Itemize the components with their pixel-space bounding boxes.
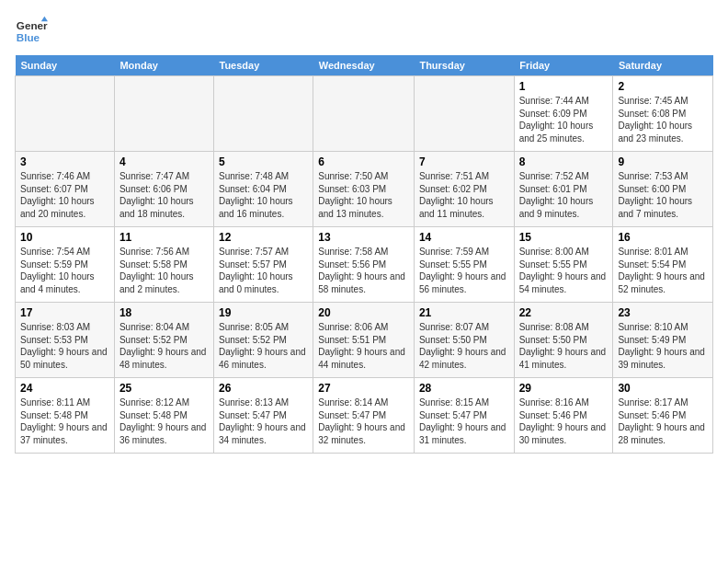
logo-icon: General Blue [15,15,48,48]
day-info: Sunrise: 7:57 AMSunset: 5:57 PMDaylight:… [219,246,308,295]
day-info: Sunrise: 8:04 AMSunset: 5:52 PMDaylight:… [119,321,209,371]
calendar-day: 25Sunrise: 8:12 AMSunset: 5:48 PMDayligh… [114,378,213,454]
calendar-day [16,76,115,152]
day-number: 11 [119,231,209,244]
calendar-day: 19Sunrise: 8:05 AMSunset: 5:52 PMDayligh… [214,303,313,378]
day-info: Sunrise: 8:13 AMSunset: 5:47 PMDaylight:… [219,396,308,446]
day-info: Sunrise: 8:14 AMSunset: 5:47 PMDaylight:… [318,396,409,446]
day-info: Sunrise: 7:58 AMSunset: 5:56 PMDaylight:… [318,246,409,295]
day-number: 3 [20,155,109,168]
day-number: 5 [219,155,308,168]
header: General Blue [15,15,713,48]
calendar-day: 20Sunrise: 8:06 AMSunset: 5:51 PMDayligh… [313,303,415,378]
svg-text:Blue: Blue [17,31,40,43]
calendar-day: 9Sunrise: 7:53 AMSunset: 6:00 PMDaylight… [613,152,713,227]
calendar-week-2: 3Sunrise: 7:46 AMSunset: 6:07 PMDaylight… [16,152,713,227]
calendar-day: 7Sunrise: 7:51 AMSunset: 6:02 PMDaylight… [414,152,514,227]
weekday-header-row: SundayMondayTuesdayWednesdayThursdayFrid… [16,55,713,76]
day-info: Sunrise: 8:11 AMSunset: 5:48 PMDaylight:… [20,396,109,446]
day-number: 13 [318,231,409,244]
calendar-day: 16Sunrise: 8:01 AMSunset: 5:54 PMDayligh… [613,227,713,303]
calendar-day: 1Sunrise: 7:44 AMSunset: 6:09 PMDaylight… [514,76,613,152]
calendar-day: 24Sunrise: 8:11 AMSunset: 5:48 PMDayligh… [16,378,115,454]
calendar-day: 11Sunrise: 7:56 AMSunset: 5:58 PMDayligh… [114,227,213,303]
day-info: Sunrise: 8:16 AMSunset: 5:46 PMDaylight:… [519,396,609,446]
weekday-header-saturday: Saturday [613,55,713,76]
calendar-day: 28Sunrise: 8:15 AMSunset: 5:47 PMDayligh… [414,378,514,454]
calendar-day: 15Sunrise: 8:00 AMSunset: 5:55 PMDayligh… [514,227,613,303]
day-info: Sunrise: 7:56 AMSunset: 5:58 PMDaylight:… [119,246,209,295]
day-number: 12 [219,231,308,244]
day-number: 20 [318,306,409,319]
weekday-header-sunday: Sunday [16,55,115,76]
day-info: Sunrise: 7:52 AMSunset: 6:01 PMDaylight:… [519,170,609,220]
weekday-header-wednesday: Wednesday [313,55,415,76]
day-info: Sunrise: 8:15 AMSunset: 5:47 PMDaylight:… [419,396,509,446]
calendar-day [214,76,313,152]
day-info: Sunrise: 8:03 AMSunset: 5:53 PMDaylight:… [20,321,109,371]
calendar-day: 5Sunrise: 7:48 AMSunset: 6:04 PMDaylight… [214,152,313,227]
day-number: 17 [20,306,109,319]
calendar-day: 18Sunrise: 8:04 AMSunset: 5:52 PMDayligh… [114,303,213,378]
day-info: Sunrise: 7:59 AMSunset: 5:55 PMDaylight:… [419,246,509,295]
calendar-day: 2Sunrise: 7:45 AMSunset: 6:08 PMDaylight… [613,76,713,152]
day-info: Sunrise: 8:06 AMSunset: 5:51 PMDaylight:… [318,321,409,371]
calendar-day: 8Sunrise: 7:52 AMSunset: 6:01 PMDaylight… [514,152,613,227]
day-info: Sunrise: 8:00 AMSunset: 5:55 PMDaylight:… [519,246,609,295]
calendar-day: 6Sunrise: 7:50 AMSunset: 6:03 PMDaylight… [313,152,415,227]
day-info: Sunrise: 7:50 AMSunset: 6:03 PMDaylight:… [318,170,409,220]
day-info: Sunrise: 7:47 AMSunset: 6:06 PMDaylight:… [119,170,209,220]
day-info: Sunrise: 8:07 AMSunset: 5:50 PMDaylight:… [419,321,509,371]
day-number: 8 [519,155,609,168]
day-number: 14 [419,231,509,244]
calendar-day: 3Sunrise: 7:46 AMSunset: 6:07 PMDaylight… [16,152,115,227]
day-info: Sunrise: 7:53 AMSunset: 6:00 PMDaylight:… [618,170,708,220]
day-info: Sunrise: 8:17 AMSunset: 5:46 PMDaylight:… [618,396,708,446]
day-number: 16 [618,231,708,244]
day-number: 7 [419,155,509,168]
calendar-day [114,76,213,152]
day-number: 24 [20,382,109,395]
day-number: 29 [519,382,609,395]
calendar-day: 21Sunrise: 8:07 AMSunset: 5:50 PMDayligh… [414,303,514,378]
day-number: 1 [519,80,609,93]
day-number: 19 [219,306,308,319]
day-number: 10 [20,231,109,244]
day-info: Sunrise: 7:44 AMSunset: 6:09 PMDaylight:… [519,95,609,144]
day-number: 25 [119,382,209,395]
logo: General Blue [15,15,48,48]
calendar-day: 14Sunrise: 7:59 AMSunset: 5:55 PMDayligh… [414,227,514,303]
calendar-day: 22Sunrise: 8:08 AMSunset: 5:50 PMDayligh… [514,303,613,378]
calendar-day: 29Sunrise: 8:16 AMSunset: 5:46 PMDayligh… [514,378,613,454]
day-number: 4 [119,155,209,168]
day-number: 27 [318,382,409,395]
calendar-day: 26Sunrise: 8:13 AMSunset: 5:47 PMDayligh… [214,378,313,454]
day-number: 22 [519,306,609,319]
day-number: 6 [318,155,409,168]
calendar-day: 13Sunrise: 7:58 AMSunset: 5:56 PMDayligh… [313,227,415,303]
calendar-week-5: 24Sunrise: 8:11 AMSunset: 5:48 PMDayligh… [16,378,713,454]
day-info: Sunrise: 8:12 AMSunset: 5:48 PMDaylight:… [119,396,209,446]
calendar-day: 23Sunrise: 8:10 AMSunset: 5:49 PMDayligh… [613,303,713,378]
calendar-table: SundayMondayTuesdayWednesdayThursdayFrid… [15,55,713,454]
calendar-week-3: 10Sunrise: 7:54 AMSunset: 5:59 PMDayligh… [16,227,713,303]
day-info: Sunrise: 7:54 AMSunset: 5:59 PMDaylight:… [20,246,109,295]
weekday-header-thursday: Thursday [414,55,514,76]
calendar-day [313,76,415,152]
calendar-day: 30Sunrise: 8:17 AMSunset: 5:46 PMDayligh… [613,378,713,454]
day-info: Sunrise: 8:01 AMSunset: 5:54 PMDaylight:… [618,246,708,295]
day-info: Sunrise: 7:51 AMSunset: 6:02 PMDaylight:… [419,170,509,220]
day-info: Sunrise: 8:05 AMSunset: 5:52 PMDaylight:… [219,321,308,371]
day-number: 15 [519,231,609,244]
weekday-header-friday: Friday [514,55,613,76]
day-number: 2 [618,80,708,93]
day-info: Sunrise: 7:46 AMSunset: 6:07 PMDaylight:… [20,170,109,220]
day-info: Sunrise: 8:08 AMSunset: 5:50 PMDaylight:… [519,321,609,371]
calendar-day: 17Sunrise: 8:03 AMSunset: 5:53 PMDayligh… [16,303,115,378]
day-number: 26 [219,382,308,395]
calendar-week-4: 17Sunrise: 8:03 AMSunset: 5:53 PMDayligh… [16,303,713,378]
calendar-day: 27Sunrise: 8:14 AMSunset: 5:47 PMDayligh… [313,378,415,454]
day-number: 30 [618,382,708,395]
day-info: Sunrise: 7:48 AMSunset: 6:04 PMDaylight:… [219,170,308,220]
calendar-week-1: 1Sunrise: 7:44 AMSunset: 6:09 PMDaylight… [16,76,713,152]
